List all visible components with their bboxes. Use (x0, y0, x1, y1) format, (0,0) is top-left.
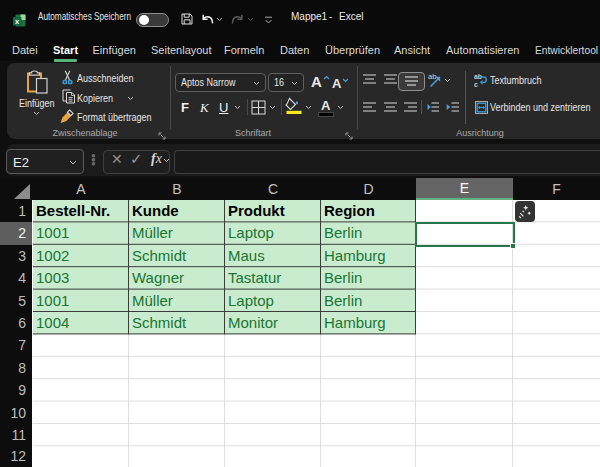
svg-text:c: c (474, 81, 478, 88)
svg-text:ab: ab (428, 72, 436, 81)
svg-text:ab: ab (474, 73, 482, 80)
